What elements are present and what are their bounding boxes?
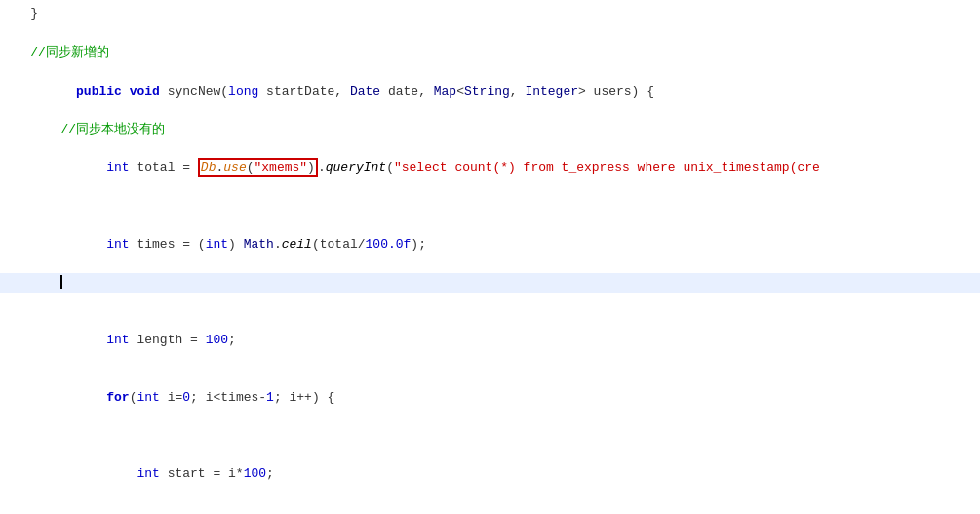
- code-line-6: int total = Db.use("xmems").queryInt("se…: [0, 139, 980, 197]
- code-line-7: [0, 196, 980, 216]
- code-line-8: int times = (int) Math.ceil(total/100.0f…: [0, 216, 980, 273]
- code-line-14: int start = i*100;: [0, 446, 980, 503]
- code-line-5: //同步本地没有的: [0, 120, 980, 139]
- code-editor[interactable]: } //同步新增的 public void syncNew(long start…: [0, 0, 980, 514]
- code-line-2: [0, 23, 980, 43]
- code-line-1: }: [0, 4, 980, 23]
- code-line-9: [0, 273, 980, 293]
- code-line-3: //同步新增的: [0, 43, 980, 62]
- code-line-10: [0, 293, 980, 312]
- code-line-12: for(int i=0; i<times-1; i++) {: [0, 369, 980, 426]
- code-line-4: public void syncNew(long startDate, Date…: [0, 62, 980, 120]
- code-line-15: [0, 502, 980, 514]
- code-line-11: int length = 100;: [0, 312, 980, 370]
- code-line-13: [0, 426, 980, 446]
